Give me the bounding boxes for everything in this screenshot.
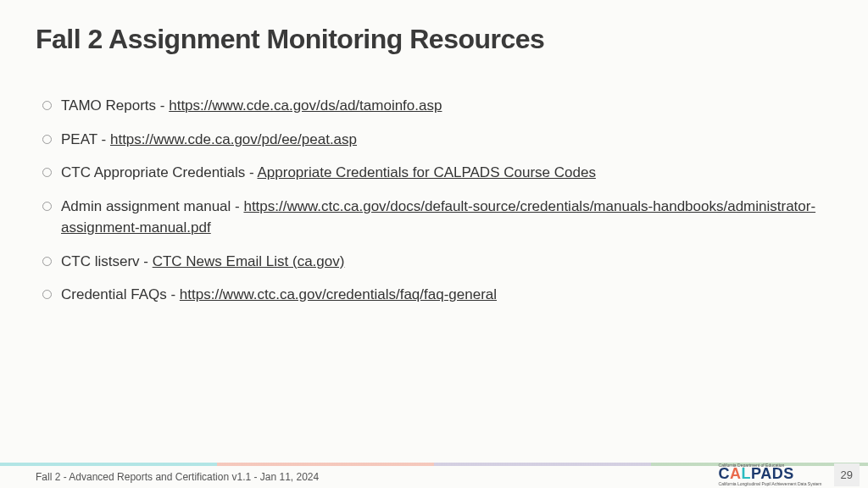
item-link[interactable]: https://www.ctc.ca.gov/credentials/faq/f…: [180, 286, 497, 302]
slide-title: Fall 2 Assignment Monitoring Resources: [36, 24, 544, 55]
page-number: 29: [834, 463, 860, 486]
item-prefix: TAMO Reports -: [61, 97, 169, 114]
item-prefix: PEAT -: [61, 131, 110, 147]
item-link[interactable]: https://www.cde.ca.gov/pd/ee/peat.asp: [110, 131, 357, 147]
item-prefix: CTC listserv -: [61, 253, 153, 269]
item-link[interactable]: https://www.cde.ca.gov/ds/ad/tamoinfo.as…: [169, 97, 442, 114]
list-item: CTC listserv - CTC News Email List (ca.g…: [42, 251, 817, 273]
calpads-logo: California Department of Education CALPA…: [719, 463, 822, 486]
slide: Fall 2 Assignment Monitoring Resources T…: [0, 0, 868, 488]
footer: Fall 2 - Advanced Reports and Certificat…: [0, 459, 868, 488]
item-prefix: Credential FAQs -: [61, 286, 180, 302]
footer-text: Fall 2 - Advanced Reports and Certificat…: [36, 471, 319, 483]
item-prefix: CTC Appropriate Credentials -: [61, 164, 258, 180]
footer-right: California Department of Education CALPA…: [719, 463, 860, 486]
list-item: TAMO Reports - https://www.cde.ca.gov/ds…: [42, 95, 817, 117]
logo-main-text: CALPADS: [719, 465, 794, 482]
item-prefix: Admin assignment manual -: [61, 198, 243, 214]
resource-list: TAMO Reports - https://www.cde.ca.gov/ds…: [42, 95, 817, 318]
item-link[interactable]: CTC News Email List (ca.gov): [153, 253, 345, 269]
item-link[interactable]: Appropriate Credentials for CALPADS Cour…: [258, 164, 596, 180]
list-item: Admin assignment manual - https://www.ct…: [42, 196, 817, 239]
list-item: PEAT - https://www.cde.ca.gov/pd/ee/peat…: [42, 129, 817, 151]
list-item: Credential FAQs - https://www.ctc.ca.gov…: [42, 284, 817, 306]
list-item: CTC Appropriate Credentials - Appropriat…: [42, 162, 817, 184]
